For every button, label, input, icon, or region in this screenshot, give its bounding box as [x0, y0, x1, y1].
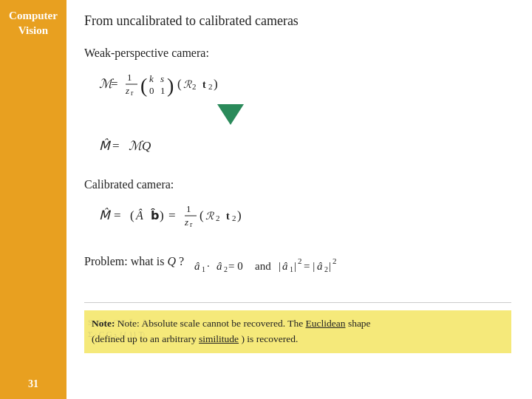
svg-text:2: 2	[332, 256, 337, 265]
svg-text:2: 2	[216, 214, 220, 222]
svg-text:M̂: M̂	[99, 138, 112, 153]
calibrated-formula-svg: M̂ = ( Â b̂ ) = 1 z r ( ℛ 2 t 2 )	[99, 197, 321, 234]
svg-text:=: =	[168, 208, 176, 222]
calibrated-formula-row: M̂ = ( Â b̂ ) = 1 z r ( ℛ 2 t 2 )	[99, 197, 511, 234]
svg-text:ℛ: ℛ	[183, 79, 192, 90]
svg-text:r: r	[190, 220, 193, 228]
svg-text:2: 2	[192, 82, 197, 91]
svg-text:): )	[237, 208, 242, 222]
weak-perspective-label: Weak-perspective camera:	[84, 47, 511, 60]
sidebar-title: ComputerVision	[4, 9, 62, 38]
arrow-down-icon	[217, 104, 244, 125]
note-text-line2: (defined up to an arbitrary similitude )…	[92, 332, 504, 347]
svg-text:â: â	[194, 260, 200, 272]
formula-wp-svg-1: ℳ = 1 z r ( k s 0 1	[99, 66, 313, 101]
svg-text:): )	[167, 74, 174, 97]
calibrated-label: Calibrated camera:	[84, 178, 511, 191]
svg-text:M̂: M̂	[99, 208, 112, 222]
problem-row: Problem: what is Q ? â 1 · â 2 = 0 and |…	[84, 250, 511, 279]
svg-text:): )	[214, 77, 218, 91]
page-number: 31	[28, 378, 38, 399]
svg-text:(: (	[200, 208, 204, 222]
svg-text:and: and	[255, 260, 271, 272]
problem-formula-svg: â 1 · â 2 = 0 and | â 1 | 2 = | â 2 | 2	[194, 250, 386, 279]
formula-wp-svg-2: M̂ = ℳQ	[99, 132, 188, 159]
note-section: S · D = C G₁ᵀ ... for, r = 1,...,m. Σ · …	[84, 302, 511, 353]
svg-text:Â: Â	[135, 208, 143, 222]
sidebar: ComputerVision 31	[0, 0, 66, 399]
svg-text:1: 1	[127, 72, 132, 83]
svg-text:=: =	[111, 77, 118, 91]
svg-text:2: 2	[232, 214, 236, 222]
svg-text:ℛ: ℛ	[205, 211, 214, 222]
svg-text:=: =	[112, 139, 120, 153]
note-text-line1: Note: Note: Absolute scale cannot be rec…	[92, 316, 504, 332]
svg-text:t: t	[226, 211, 230, 222]
svg-text:z: z	[125, 85, 129, 96]
svg-text:â: â	[216, 260, 222, 272]
problem-section: Problem: what is Q ? â 1 · â 2 = 0 and |…	[84, 250, 511, 282]
svg-text:= 0: = 0	[228, 260, 243, 272]
svg-text:= |: = |	[304, 260, 315, 272]
problem-label: Problem: what is Q ?	[84, 255, 184, 268]
svg-text:(: (	[177, 77, 182, 91]
formula-wp-2: M̂ = ℳQ	[99, 132, 188, 162]
similitude-highlight: similitude	[199, 333, 239, 344]
svg-text:â: â	[282, 260, 288, 272]
weak-perspective-formulas: ℳ = 1 z r ( k s 0 1	[99, 66, 511, 162]
note-box: S · D = C G₁ᵀ ... for, r = 1,...,m. Σ · …	[84, 310, 511, 353]
svg-text:(: (	[130, 208, 134, 222]
svg-text:â: â	[317, 260, 323, 272]
euclidean-highlight: Euclidean	[306, 318, 346, 329]
svg-text:): )	[160, 208, 164, 222]
svg-text:|: |	[329, 260, 331, 272]
svg-text:2: 2	[224, 265, 228, 273]
svg-text:2: 2	[298, 256, 302, 265]
svg-text:|: |	[294, 260, 296, 272]
svg-text:2: 2	[324, 265, 328, 273]
svg-text:r: r	[131, 89, 134, 97]
svg-text:t: t	[202, 79, 206, 90]
note-shape: shape	[348, 318, 371, 329]
formula-block-wp: ℳ = 1 z r ( k s 0 1	[99, 66, 313, 162]
svg-text:(: (	[140, 74, 147, 97]
svg-text:b̂: b̂	[151, 208, 159, 222]
formula-wp-1: ℳ = 1 z r ( k s 0 1	[99, 66, 313, 104]
main-content: From uncalibrated to calibrated cameras …	[66, 0, 532, 399]
svg-text:1: 1	[160, 85, 166, 96]
svg-text:0: 0	[149, 85, 154, 96]
svg-text:ℳQ: ℳQ	[129, 139, 151, 153]
svg-text:s: s	[160, 73, 164, 84]
svg-text:=: =	[114, 208, 121, 222]
page-title: From uncalibrated to calibrated cameras	[84, 13, 511, 29]
svg-text:1: 1	[186, 203, 191, 214]
weak-perspective-section: Weak-perspective camera: ℳ = 1 z r	[84, 47, 511, 162]
svg-text:z: z	[184, 216, 188, 228]
svg-text:2: 2	[208, 82, 213, 91]
svg-text:1: 1	[290, 265, 293, 273]
note-label: Note:	[92, 318, 117, 329]
svg-text:|: |	[279, 260, 281, 272]
svg-text:1: 1	[202, 265, 205, 273]
svg-text:·: ·	[207, 260, 210, 272]
calibrated-section: Calibrated camera: M̂ = ( Â b̂ ) = 1 z r…	[84, 178, 511, 234]
svg-text:k: k	[149, 73, 154, 84]
